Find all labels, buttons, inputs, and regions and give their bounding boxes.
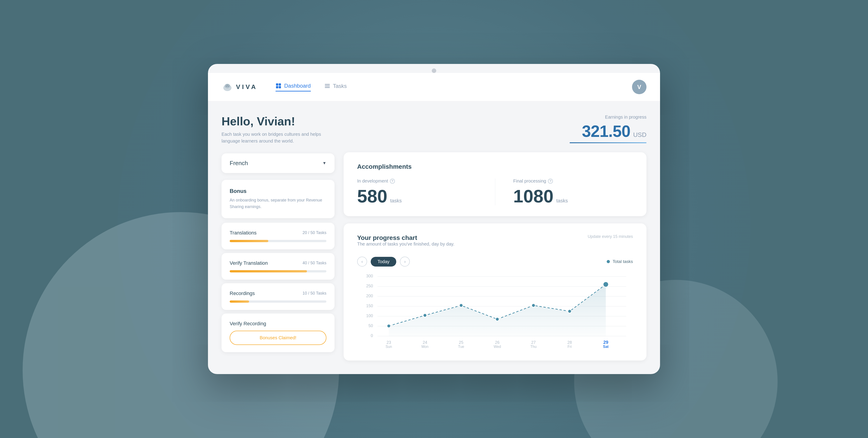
task-verify-translation-progress-bg (230, 270, 327, 272)
legend-dot (607, 260, 610, 263)
svg-text:26: 26 (495, 340, 500, 345)
svg-rect-9 (276, 83, 278, 86)
chart-point-5 (568, 309, 571, 313)
task-verify-recording-header: Verify Recording (230, 321, 327, 327)
svg-text:29: 29 (603, 340, 608, 345)
acc-final-processing-unit: tasks (556, 198, 568, 204)
chart-today-button[interactable]: Today (371, 257, 396, 267)
chart-nav: ‹ Today › (357, 257, 410, 267)
bonus-card: Bonus An onboarding bonus, separate from… (221, 180, 335, 218)
final-processing-info-icon: ? (548, 179, 553, 183)
language-selector[interactable]: French ▼ (221, 154, 335, 173)
earnings-section: Earnings in progress 321.50 USD (569, 114, 647, 143)
svg-rect-8 (227, 84, 228, 86)
svg-text:Wed: Wed (494, 345, 501, 348)
svg-text:300: 300 (366, 274, 373, 278)
bonus-description: An onboarding bonus, separate from your … (230, 197, 327, 210)
acc-divider (495, 178, 495, 205)
task-card-translations: Translations 20 / 50 Tasks (221, 223, 335, 249)
chart-subtitle: The amount of tasks you've finished, day… (357, 241, 454, 247)
earnings-label: Earnings in progress (569, 114, 647, 120)
task-recordings-progress-fill (230, 300, 249, 303)
svg-text:Fri: Fri (567, 345, 572, 348)
chart-svg: 300 250 200 150 100 50 0 (357, 272, 633, 349)
nav-dashboard[interactable]: Dashboard (276, 83, 311, 92)
svg-text:Thu: Thu (530, 345, 537, 348)
task-translations-header: Translations 20 / 50 Tasks (230, 230, 327, 236)
bonus-title: Bonus (230, 188, 327, 194)
task-verify-translation-progress-fill (230, 270, 307, 272)
svg-text:250: 250 (366, 284, 373, 288)
chart-point-6 (603, 282, 609, 287)
accomplishments-title: Accomplishments (357, 163, 633, 170)
task-card-verify-translation: Verify Translation 40 / 50 Tasks (221, 253, 335, 280)
chart-update-text: Update every 15 minutes (588, 234, 633, 239)
acc-final-processing-value-row: 1080 tasks (513, 187, 633, 205)
svg-text:0: 0 (371, 333, 373, 338)
chart-title-group: Your progress chart The amount of tasks … (357, 234, 454, 255)
avatar[interactable]: V (632, 80, 647, 94)
nav-links: Dashboard Tasks (276, 83, 632, 92)
acc-final-processing-value: 1080 (513, 186, 554, 206)
left-panel: Hello, Vivian! Each task you work on bri… (221, 114, 335, 361)
svg-text:24: 24 (423, 340, 427, 345)
svg-text:150: 150 (366, 304, 373, 308)
svg-text:25: 25 (459, 340, 463, 345)
task-recordings-count: 10 / 50 Tasks (303, 291, 327, 296)
accomplishment-final-processing: Final processing ? 1080 tasks (513, 178, 633, 205)
svg-text:Tue: Tue (458, 345, 464, 348)
svg-text:28: 28 (567, 340, 572, 345)
accomplishments-row: In development ? 580 tasks Final process… (357, 178, 633, 205)
chart-point-0 (387, 324, 391, 328)
greeting-subtitle: Each task you work on bridges cultures a… (221, 131, 335, 144)
svg-rect-10 (279, 83, 281, 86)
svg-text:50: 50 (368, 324, 373, 328)
dashboard-icon (276, 83, 281, 89)
accomplishment-in-development: In development ? 580 tasks (357, 178, 477, 205)
chart-point-4 (532, 304, 535, 307)
nav-tasks[interactable]: Tasks (324, 83, 347, 92)
task-translations-count: 20 / 50 Tasks (303, 230, 327, 235)
header-row: Earnings in progress 321.50 USD (344, 114, 647, 143)
chart-point-2 (459, 304, 463, 307)
svg-rect-12 (279, 86, 281, 88)
chart-prev-button[interactable]: ‹ (357, 257, 367, 267)
task-translations-progress-fill (230, 240, 268, 242)
task-verify-translation-name: Verify Translation (230, 260, 268, 266)
acc-in-development-label: In development ? (357, 178, 477, 183)
greeting-section: Hello, Vivian! Each task you work on bri… (221, 114, 335, 144)
chart-card: Your progress chart The amount of tasks … (344, 224, 647, 361)
chart-point-1 (423, 313, 427, 317)
svg-point-6 (226, 86, 227, 86)
chart-header: Your progress chart The amount of tasks … (357, 234, 633, 255)
acc-in-development-unit: tasks (390, 198, 402, 204)
earnings-amount-row: 321.50 USD (569, 122, 647, 140)
acc-final-processing-label: Final processing ? (513, 178, 633, 183)
task-recordings-header: Recordings 10 / 50 Tasks (230, 291, 327, 296)
task-verify-recording-name: Verify Recording (230, 321, 266, 327)
chart-title: Your progress chart (357, 234, 454, 241)
main-content: Hello, Vivian! Each task you work on bri… (208, 101, 660, 374)
claimed-button[interactable]: Bonuses Claimed! (230, 331, 327, 345)
svg-rect-11 (276, 86, 278, 88)
svg-text:23: 23 (386, 340, 391, 345)
greeting-title: Hello, Vivian! (221, 114, 335, 128)
svg-marker-30 (389, 284, 606, 336)
nav-dashboard-label: Dashboard (284, 83, 311, 89)
logo-text: VIVA (236, 83, 257, 91)
task-verify-translation-count: 40 / 50 Tasks (303, 261, 327, 265)
window-dot (432, 68, 436, 73)
chart-controls: ‹ Today › Total tasks (357, 257, 633, 267)
svg-rect-15 (325, 87, 330, 88)
accomplishments-card: Accomplishments In development ? 580 tas… (344, 152, 647, 216)
earnings-value: 321.50 (582, 122, 630, 140)
task-translations-progress-bg (230, 240, 327, 242)
task-card-verify-recording: Verify Recording Bonuses Claimed! (221, 313, 335, 352)
task-verify-translation-header: Verify Translation 40 / 50 Tasks (230, 260, 327, 266)
task-recordings-progress-bg (230, 300, 327, 303)
task-card-recordings: Recordings 10 / 50 Tasks (221, 283, 335, 310)
logo-icon (221, 81, 233, 93)
language-value: French (230, 160, 248, 167)
chart-point-3 (495, 317, 499, 321)
chart-next-button[interactable]: › (400, 257, 410, 267)
